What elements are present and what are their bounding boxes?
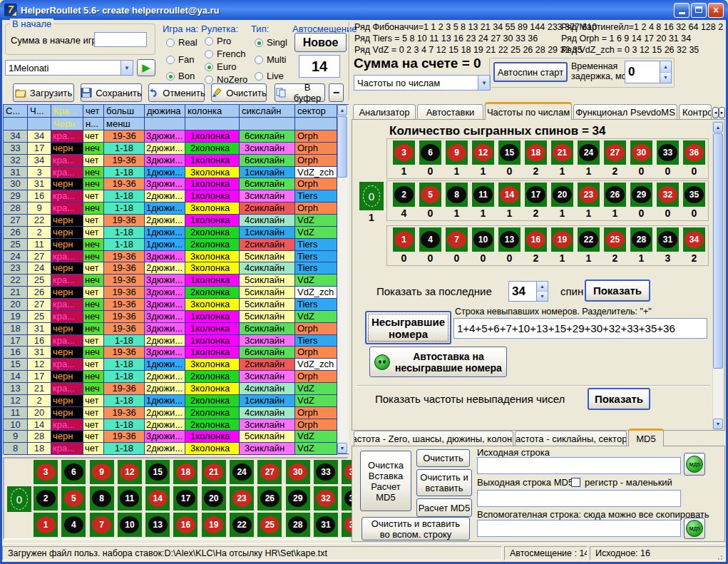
close-button[interactable]: × <box>708 3 724 18</box>
board-number-cell[interactable]: 23 <box>230 486 254 511</box>
show-last-spinbox[interactable]: 34 ▲▼ <box>508 281 548 302</box>
save-button[interactable]: Сохранить <box>81 83 142 102</box>
minimize-button[interactable] <box>674 3 689 18</box>
mode-combobox[interactable]: Частоты по числам ▼ <box>354 75 491 91</box>
md5-clear-button[interactable]: Очистить <box>416 449 470 467</box>
preset-dropdown-icon[interactable]: ▼ <box>121 61 133 75</box>
board-number-cell[interactable]: 18 <box>173 460 198 484</box>
radio-euro[interactable]: Euro <box>205 61 236 72</box>
md5-output-input[interactable] <box>477 490 681 507</box>
table-scrollbar[interactable]: ▲ ▼ <box>337 105 349 453</box>
table-row[interactable]: 1417черннеч1-182дюжи...2колонка3сиклайнO… <box>4 371 348 383</box>
table-row[interactable]: 3317черннеч1-182дюжи...2колонка3сиклайнO… <box>4 143 348 155</box>
autobet-missed-button[interactable]: Автоставка нанесыгравшие номера <box>369 347 507 377</box>
show-last-down-icon[interactable]: ▼ <box>537 292 548 301</box>
tab-scroll-right-icon[interactable]: ► <box>719 107 725 118</box>
board-number-cell[interactable]: 29 <box>286 486 310 511</box>
copy-to-clipboard-button[interactable]: В буфер <box>275 83 325 102</box>
mode-dropdown-icon[interactable]: ▼ <box>478 76 490 90</box>
delay-down-icon[interactable]: ▼ <box>660 73 671 83</box>
table-row[interactable]: 928чернчет19-363дюжи...1колонка5сиклайнV… <box>4 431 348 443</box>
radio-multi[interactable]: Multi <box>255 54 286 65</box>
scrollbar-thumb[interactable] <box>337 116 347 178</box>
table-row[interactable]: 1512кра...чет1-181дюжи...3колонка2сиклай… <box>4 359 348 371</box>
board-number-cell[interactable]: 8 <box>90 486 114 511</box>
board-number-cell[interactable]: 15 <box>145 460 170 484</box>
radio-singl[interactable]: Singl <box>255 37 287 48</box>
table-row[interactable]: 2916кра...чет1-182дюжи...1колонка3сиклай… <box>4 190 348 202</box>
md5-source-input[interactable] <box>477 457 681 474</box>
tab-freq-sixlines[interactable]: Частота - сиклайны, сектора <box>515 431 627 446</box>
scroll-up-icon[interactable]: ▲ <box>713 122 723 133</box>
undo-button[interactable]: Отменить <box>148 83 205 102</box>
autospin-button[interactable]: Автоспин старт <box>493 62 568 82</box>
delay-spinbox[interactable]: 0 ▲▼ <box>625 61 672 83</box>
md5-big-button[interactable]: Очистка Вставка Расчет MD5 <box>360 451 411 511</box>
board-number-cell[interactable]: 14 <box>145 486 170 511</box>
table-row[interactable]: 262чернчет1-181дюжи...2колонка1сиклайнVd… <box>4 227 348 239</box>
radio-live[interactable]: Live <box>255 71 284 81</box>
resize-grip[interactable] <box>717 553 725 561</box>
tab-autobets[interactable]: Автоставки <box>417 104 483 120</box>
delay-up-icon[interactable]: ▲ <box>660 61 671 73</box>
load-button[interactable]: Загрузить <box>13 83 74 102</box>
tab-md5[interactable]: MD5 <box>628 429 664 446</box>
board-number-cell[interactable]: 16 <box>173 513 198 537</box>
radio-bon[interactable]: Bon <box>166 71 195 81</box>
radio-fan[interactable]: Fan <box>166 54 194 65</box>
freq-missed-show-button[interactable]: Показать <box>588 388 650 410</box>
show-button[interactable]: Показать <box>585 280 650 302</box>
table-row[interactable]: 2511черннеч1-181дюжи...2колонка2сиклайнT… <box>4 239 348 251</box>
scroll-down-icon[interactable]: ▼ <box>713 419 723 429</box>
radio-real[interactable]: Real <box>166 37 198 48</box>
table-row[interactable]: 3434кра...чет19-363дюжи...1колонка6сикла… <box>4 130 348 143</box>
board-number-cell[interactable]: 7 <box>90 513 114 537</box>
md5-clear-paste-button[interactable]: Очистить и вставить <box>416 469 472 496</box>
radio-pro[interactable]: Pro <box>205 36 231 46</box>
table-row[interactable]: 2126чернчет19-363дюжи...2колонка5сиклайн… <box>4 287 348 299</box>
scrollbar-thumb[interactable] <box>713 133 723 369</box>
board-number-cell[interactable]: 19 <box>202 513 226 537</box>
board-number-cell[interactable]: 13 <box>145 513 170 537</box>
missed-numbers-button[interactable]: Несыгравшие номера <box>365 311 451 344</box>
tab-scroll-left-icon[interactable]: ◄ <box>712 107 719 118</box>
board-number-cell[interactable]: 21 <box>202 460 226 484</box>
board-number-cell[interactable]: 31 <box>314 513 338 537</box>
table-row[interactable]: 818кра...чет1-182дюжи...3колонка3сиклайн… <box>4 443 348 455</box>
clear-button[interactable]: Очистить <box>211 83 267 102</box>
run-button[interactable]: ▶ <box>137 59 155 76</box>
board-number-cell[interactable]: 6 <box>61 460 86 484</box>
tab-psevdoms[interactable]: Функционал PsevdoMS <box>573 104 677 120</box>
md5-calc-aux-button[interactable]: МД5 <box>684 518 705 539</box>
table-row[interactable]: 122чернчет1-181дюжи...2колонка1сиклайнVd… <box>4 395 348 407</box>
board-number-cell[interactable]: 9 <box>90 460 114 484</box>
board-number-cell[interactable]: 11 <box>118 486 142 511</box>
board-number-cell[interactable]: 30 <box>286 460 310 484</box>
board-number-cell[interactable]: 24 <box>230 460 254 484</box>
tab-freq-chances[interactable]: Частота - Zero, шансы, дюжины, колонки <box>354 431 513 446</box>
board-number-cell[interactable]: 3 <box>34 460 58 484</box>
table-row[interactable]: 3234кра...чет19-363дюжи...1колонка6сикла… <box>4 155 348 167</box>
new-shift-button[interactable]: Новое <box>294 33 347 52</box>
board-number-cell[interactable]: 33 <box>314 460 338 484</box>
tab-number-frequencies[interactable]: Частоты по числам <box>485 102 572 120</box>
show-last-up-icon[interactable]: ▲ <box>537 282 548 292</box>
table-row[interactable]: 313кра...неч1-181дюжи...3колонка1сиклайн… <box>4 167 348 179</box>
md5-calc-button[interactable]: Расчет MD5 <box>416 498 472 517</box>
board-number-cell[interactable]: 10 <box>118 513 142 537</box>
table-row[interactable]: 2427кра...неч19-363дюжи...3колонка5сикла… <box>4 251 348 263</box>
board-number-cell[interactable]: 12 <box>118 460 142 484</box>
collapse-button[interactable]: − <box>329 83 344 102</box>
board-number-cell[interactable]: 25 <box>257 513 282 537</box>
board-number-cell[interactable]: 26 <box>257 486 282 511</box>
missed-string-input[interactable]: 1+4+5+6+7+10+13+15+29+30+32+33+35+36 <box>453 318 707 339</box>
board-number-cell[interactable]: 5 <box>61 486 86 511</box>
md5-calc-source-button[interactable]: МД5 <box>684 453 705 476</box>
scroll-up-icon[interactable]: ▲ <box>337 105 347 116</box>
table-row[interactable]: 1716кра...чет1-182дюжи...1колонка3сиклай… <box>4 335 348 347</box>
table-row[interactable]: 1014кра...чет1-182дюжи...2колонка3сиклай… <box>4 419 348 431</box>
board-number-cell[interactable]: 20 <box>202 486 226 511</box>
board-number-cell[interactable]: 28 <box>286 513 310 537</box>
md5-clear-paste-aux-button[interactable]: Очистить и вставить во вспом. строку <box>362 517 470 540</box>
table-row[interactable]: 1321кра...неч19-362дюжи...3колонка4сикла… <box>4 383 348 395</box>
